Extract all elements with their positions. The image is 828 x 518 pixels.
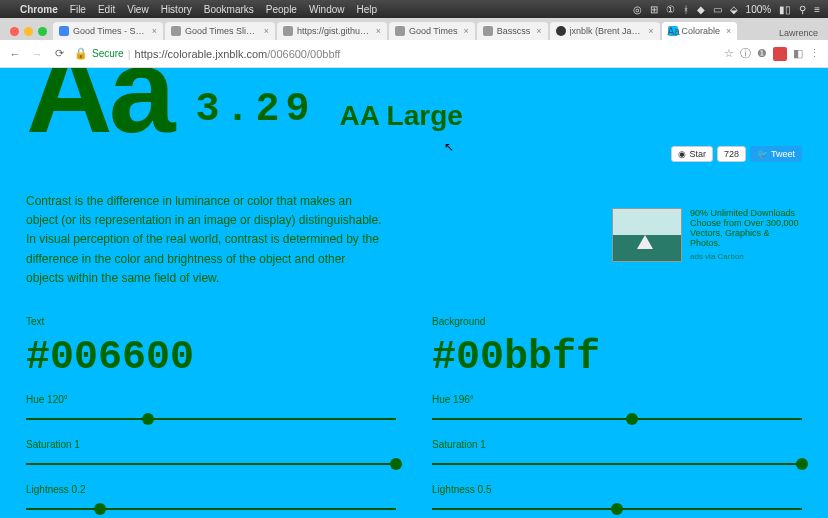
ad-image: [612, 208, 682, 262]
tab-basscss[interactable]: Basscss×: [477, 22, 548, 40]
close-tab-icon[interactable]: ×: [152, 26, 157, 36]
info-icon[interactable]: ⓘ: [740, 46, 751, 61]
tab-gist[interactable]: https://gist.githubuse×: [277, 22, 387, 40]
close-tab-icon[interactable]: ×: [464, 26, 469, 36]
cursor-icon: ↖: [444, 140, 454, 154]
favicon-icon: [556, 26, 566, 36]
slider-thumb[interactable]: [796, 458, 808, 470]
menu-people[interactable]: People: [266, 4, 297, 15]
close-tab-icon[interactable]: ×: [376, 26, 381, 36]
bg-label: Background: [432, 316, 802, 327]
description-text: Contrast is the difference in luminance …: [26, 192, 386, 288]
background-color-column: Background #00bbff Hue 196° Saturation 1…: [432, 316, 802, 518]
wcag-level: AA Large: [339, 100, 462, 132]
slider-thumb[interactable]: [611, 503, 623, 515]
text-sat-slider[interactable]: [26, 458, 396, 470]
close-tab-icon[interactable]: ×: [264, 26, 269, 36]
minimize-window-icon[interactable]: [24, 27, 33, 36]
menu-history[interactable]: History: [161, 4, 192, 15]
spotlight-icon[interactable]: ⚲: [799, 4, 806, 15]
status-icon: ①: [666, 4, 675, 15]
slider-thumb[interactable]: [94, 503, 106, 515]
text-hue-label: Hue 120°: [26, 394, 396, 405]
bg-sat-slider[interactable]: [432, 458, 802, 470]
tab-jxnblk[interactable]: jxnblk (Brent Jackso×: [550, 22, 660, 40]
bg-hue-label: Hue 196°: [432, 394, 802, 405]
carbon-ad[interactable]: 90% Unlimited Downloads Choose from Over…: [612, 208, 802, 262]
star-icon[interactable]: ☆: [724, 47, 734, 60]
reading-list-icon[interactable]: ◧: [793, 47, 803, 60]
favicon-icon: Aa: [668, 26, 678, 36]
onepassword-icon[interactable]: ❶: [757, 47, 767, 60]
tab-good-times-super[interactable]: Good Times - Super×: [53, 22, 163, 40]
ad-text: 90% Unlimited Downloads Choose from Over…: [690, 208, 802, 248]
forward-button[interactable]: →: [30, 48, 44, 60]
sample-text: Aa: [26, 68, 171, 132]
menu-bookmarks[interactable]: Bookmarks: [204, 4, 254, 15]
tab-good-times[interactable]: Good Times×: [389, 22, 475, 40]
bluetooth-icon[interactable]: ᚼ: [683, 4, 689, 15]
address-bar[interactable]: 🔒 Secure | https://colorable.jxnblk.com/…: [74, 47, 716, 60]
dropbox-icon[interactable]: ◆: [697, 4, 705, 15]
close-tab-icon[interactable]: ×: [726, 26, 731, 36]
bg-lig-label: Lightness 0.5: [432, 484, 802, 495]
text-lig-label: Lightness 0.2: [26, 484, 396, 495]
chrome-toolbar: ← → ⟳ 🔒 Secure | https://colorable.jxnbl…: [0, 40, 828, 68]
color-controls: Text #006600 Hue 120° Saturation 1 Light…: [26, 316, 802, 518]
back-button[interactable]: ←: [8, 48, 22, 60]
chrome-profile[interactable]: Lawrence: [773, 26, 824, 40]
text-lig-slider[interactable]: [26, 503, 396, 515]
favicon-icon: [283, 26, 293, 36]
text-hue-slider[interactable]: [26, 413, 396, 425]
close-tab-icon[interactable]: ×: [648, 26, 653, 36]
github-star-count[interactable]: 728: [717, 146, 746, 162]
text-label: Text: [26, 316, 396, 327]
menu-help[interactable]: Help: [357, 4, 378, 15]
bg-lig-slider[interactable]: [432, 503, 802, 515]
close-tab-icon[interactable]: ×: [536, 26, 541, 36]
text-color-column: Text #006600 Hue 120° Saturation 1 Light…: [26, 316, 396, 518]
slider-thumb[interactable]: [390, 458, 402, 470]
notification-icon[interactable]: ≡: [814, 4, 820, 15]
macos-menubar: Chrome File Edit View History Bookmarks …: [0, 0, 828, 18]
menu-file[interactable]: File: [70, 4, 86, 15]
url-host: https://colorable.jxnblk.com: [135, 48, 268, 60]
text-hex-input[interactable]: #006600: [26, 335, 396, 380]
page-content: Aa 3.29 AA Large ↖ ◉Star 728 🐦Tweet Cont…: [0, 68, 828, 518]
github-icon: ◉: [678, 149, 686, 159]
tab-good-times-slides[interactable]: Good Times Slides×: [165, 22, 275, 40]
menu-window[interactable]: Window: [309, 4, 345, 15]
bg-hue-slider[interactable]: [432, 413, 802, 425]
slider-thumb[interactable]: [626, 413, 638, 425]
display-icon[interactable]: ▭: [713, 4, 722, 15]
menu-icon[interactable]: ⋮: [809, 47, 820, 60]
secure-label: Secure: [92, 48, 124, 59]
menu-view[interactable]: View: [127, 4, 149, 15]
app-name[interactable]: Chrome: [20, 4, 58, 15]
github-star-button[interactable]: ◉Star: [671, 146, 713, 162]
chrome-tabstrip: Good Times - Super× Good Times Slides× h…: [0, 18, 828, 40]
battery-text: 100%: [746, 4, 772, 15]
favicon-icon: [59, 26, 69, 36]
hero: Aa 3.29 AA Large: [26, 68, 802, 132]
close-window-icon[interactable]: [10, 27, 19, 36]
menu-edit[interactable]: Edit: [98, 4, 115, 15]
slider-thumb[interactable]: [142, 413, 154, 425]
favicon-icon: [483, 26, 493, 36]
tab-colorable[interactable]: AaColorable×: [662, 22, 738, 40]
wifi-icon[interactable]: ⬙: [730, 4, 738, 15]
text-sat-label: Saturation 1: [26, 439, 396, 450]
status-icon: ⊞: [650, 4, 658, 15]
favicon-icon: [171, 26, 181, 36]
lock-icon: 🔒: [74, 47, 88, 60]
social-buttons: ◉Star 728 🐦Tweet: [671, 146, 802, 162]
extension-icon[interactable]: [773, 47, 787, 61]
reload-button[interactable]: ⟳: [52, 47, 66, 60]
twitter-icon: 🐦: [757, 149, 768, 159]
url-path: /006600/00bbff: [267, 48, 340, 60]
tweet-button[interactable]: 🐦Tweet: [750, 146, 802, 162]
maximize-window-icon[interactable]: [38, 27, 47, 36]
window-controls: [4, 27, 53, 40]
bg-hex-input[interactable]: #00bbff: [432, 335, 802, 380]
contrast-ratio: 3.29: [195, 87, 315, 132]
